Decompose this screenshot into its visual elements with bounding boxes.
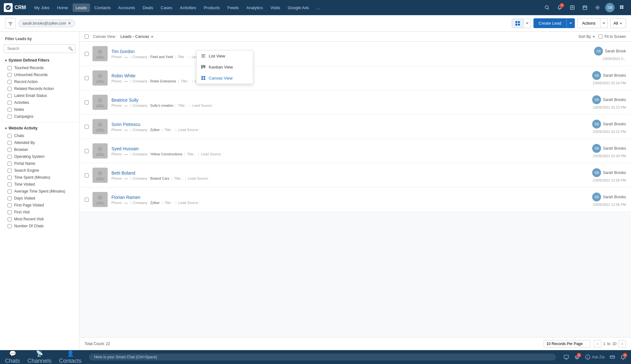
lead-name[interactable]: Betti Boland [111,170,588,176]
lead-checkbox[interactable] [85,125,89,129]
bottom-settings-icon[interactable] [610,354,615,360]
canvas-view-toggle-btn[interactable] [512,19,523,28]
lead-checkbox[interactable] [85,52,89,56]
list-view-option[interactable]: List View [197,51,253,62]
search-icon-btn[interactable] [542,3,552,13]
company-value: Zylker [150,201,160,205]
bottom-notification-icon[interactable]: 4 [620,354,626,360]
app-logo[interactable]: CRM [4,3,26,12]
nav-more[interactable]: ... [313,3,323,12]
nav-cases[interactable]: Cases [158,3,176,12]
filter-record-action[interactable]: Record Action [0,78,79,85]
table-row: Betti Boland Phone : — | Company : Bolan… [80,163,631,188]
filter-campaigns[interactable]: Campaigns [0,113,79,120]
all-filter-button[interactable]: All [610,18,626,28]
phone-label: Phone : [111,152,123,156]
apps-icon-btn[interactable] [617,3,627,13]
bottom-screen-icon[interactable] [563,354,569,360]
notifications-icon-btn[interactable]: 7 [555,3,565,13]
nav-leads[interactable]: Leads [73,3,90,12]
filter-latest-email[interactable]: Latest Email Status [0,92,79,99]
lead-checkbox[interactable] [85,100,89,104]
filter-touched-records[interactable]: Touched Records [0,64,79,71]
next-page-button[interactable]: › [618,340,626,348]
filter-most-recent-visit[interactable]: Most Recent Visit [0,216,79,223]
nav-google-ads[interactable]: Google Ads [284,3,312,12]
nav-accounts[interactable]: Accounts [115,3,138,12]
filter-portal-name[interactable]: Portal Name [0,160,79,167]
filter-search-engine[interactable]: Search Engine [0,167,79,174]
total-count: Total Count: 22 [85,342,110,346]
view-dropdown-arrow[interactable] [523,19,531,27]
lead-name[interactable]: Beatrice Sully [111,98,588,103]
nav-visits[interactable]: Visits [267,3,283,12]
lead-checkbox[interactable] [85,198,89,202]
filter-days-visited[interactable]: Days Visited [0,195,79,202]
per-page-select[interactable]: 10 Records Per Page 20 Records Per Page … [544,340,591,348]
filter-button[interactable] [5,18,16,29]
lead-details: Phone : — | Company : Yellow Constructio… [111,152,588,156]
lead-name[interactable]: Robin White [111,73,588,78]
lead-name[interactable]: Sorin Petrescu [111,122,588,127]
smart-chat-input[interactable]: Here is your Smart Chat (Ctrl+Space) [89,354,556,361]
filter-chats[interactable]: Chats [0,132,79,139]
calendar-icon-btn[interactable] [580,3,590,13]
sidebar-search-input[interactable] [4,44,75,53]
nav-deals[interactable]: Deals [140,3,156,12]
ask-zia-button[interactable]: Z Ask Zia [585,354,604,360]
bottom-channels[interactable]: 📡 Channels [27,350,51,364]
select-all-checkbox[interactable] [85,34,89,39]
view-toggle[interactable] [512,19,531,28]
tasks-icon-btn[interactable] [567,3,577,13]
canvas-view-title-dropdown[interactable]: Leads - Canvas [120,34,153,39]
nav-home[interactable]: Home [54,3,71,12]
nav-analytics[interactable]: Analytics [243,3,266,12]
filter-browser[interactable]: Browser [0,146,79,153]
company-label: Company : [133,176,149,180]
filter-time-visited[interactable]: Time Visited [0,181,79,188]
lead-name[interactable]: Syed Hussain [111,146,588,151]
email-filter-badge[interactable]: sarah.brooks@zylker.com ✕ [18,20,75,27]
prev-page-button[interactable]: ‹ [594,340,601,348]
canvas-view-option[interactable]: Canvas View [197,73,253,84]
user-avatar[interactable]: SB [605,3,615,12]
table-row: Tim Gordon Phone : — | Company : Field a… [80,42,631,66]
filter-number-of-chats[interactable]: Number Of Chats [0,223,79,230]
filter-time-spent[interactable]: Time Spent (Minutes) [0,174,79,181]
create-lead-button[interactable]: Create Lead [533,18,566,28]
filter-related-records-action[interactable]: Related Records Action [0,85,79,92]
lead-name[interactable]: Florian Ramen [111,195,588,200]
fit-to-screen-toggle[interactable]: Fit to Screen [598,34,626,39]
filter-first-visit[interactable]: First Visit [0,209,79,216]
nav-products[interactable]: Products [200,3,223,12]
bottom-contacts[interactable]: 👤 Contacts [59,350,81,364]
lead-name[interactable]: Tim Gordon [111,49,590,54]
filter-untouched-records[interactable]: Untouched Records [0,71,79,78]
nav-my-jobs[interactable]: My Jobs [31,3,52,12]
filter-operating-system[interactable]: Operating System [0,153,79,160]
filter-notes[interactable]: Notes [0,106,79,113]
canvas-view-label: Canvas View [209,76,233,81]
lead-checkbox[interactable] [85,173,89,177]
filter-attended-by[interactable]: Attended By [0,139,79,146]
system-filters-header[interactable]: ▾ System Defined Filters [0,56,79,64]
bottom-broadcast-icon[interactable]: 3 [574,354,580,360]
lead-checkbox[interactable] [85,76,89,80]
kanban-view-option[interactable]: Kanban View [197,62,253,73]
filter-avg-time-spent[interactable]: Average Time Spent (Minutes) [0,188,79,195]
lead-checkbox[interactable] [85,149,89,153]
bottom-chats[interactable]: 💬 Chats [5,350,20,364]
nav-feeds[interactable]: Feeds [224,3,242,12]
email-filter-close-icon[interactable]: ✕ [68,21,71,26]
website-activity-header[interactable]: ▾ Website Activity [0,124,79,132]
actions-button[interactable]: Actions [577,18,600,28]
lead-owner: SB Sarah Brook [594,47,626,56]
settings-icon-btn[interactable] [592,3,603,13]
create-lead-split-button[interactable] [566,18,575,28]
nav-activities[interactable]: Activities [177,3,199,12]
actions-split-button[interactable] [600,18,608,28]
nav-contacts[interactable]: Contacts [91,3,114,12]
sort-by-button[interactable]: Sort By [579,34,595,39]
filter-activities[interactable]: Activities [0,99,79,106]
filter-first-page-visited[interactable]: First Page Visited [0,202,79,209]
